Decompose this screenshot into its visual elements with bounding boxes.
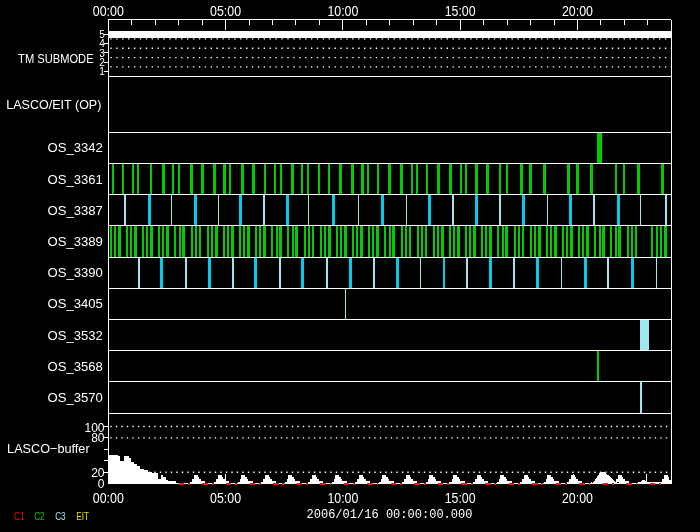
svg-text:05:00: 05:00 [210, 3, 241, 19]
svg-text:00:00: 00:00 [93, 3, 124, 19]
svg-text:10:00: 10:00 [327, 3, 358, 19]
svg-text:80: 80 [91, 431, 105, 445]
svg-text:10:00: 10:00 [327, 490, 358, 506]
svg-text:OS_3387: OS_3387 [48, 203, 103, 218]
svg-text:TM SUBMODE: TM SUBMODE [18, 51, 94, 66]
svg-text:OS_3390: OS_3390 [48, 265, 103, 280]
svg-text:00:00: 00:00 [93, 490, 124, 506]
svg-text:15:00: 15:00 [445, 3, 476, 19]
svg-text:1: 1 [99, 66, 105, 77]
svg-text:2006/01/16 00:00:00.000: 2006/01/16 00:00:00.000 [307, 508, 473, 522]
svg-text:OS_3405: OS_3405 [48, 296, 103, 311]
svg-text:OS_3389: OS_3389 [48, 234, 103, 249]
svg-text:20:00: 20:00 [562, 3, 593, 19]
svg-text:OS_3342: OS_3342 [48, 140, 103, 155]
svg-text:C3: C3 [55, 510, 65, 522]
svg-text:LASCO−buffer: LASCO−buffer [7, 441, 90, 456]
svg-text:OS_3568: OS_3568 [48, 359, 103, 374]
svg-text:C2: C2 [34, 510, 45, 522]
svg-text:EIT: EIT [76, 510, 89, 522]
svg-text:15:00: 15:00 [445, 490, 476, 506]
svg-text:20:00: 20:00 [562, 490, 593, 506]
svg-text:OS_3361: OS_3361 [48, 172, 103, 187]
svg-text:OS_3570: OS_3570 [48, 390, 103, 405]
svg-text:05:00: 05:00 [210, 490, 241, 506]
svg-text:OS_3532: OS_3532 [48, 328, 103, 343]
svg-text:LASCO/EIT (OP): LASCO/EIT (OP) [6, 97, 101, 112]
svg-text:0: 0 [98, 477, 105, 491]
svg-text:C1: C1 [14, 510, 25, 522]
